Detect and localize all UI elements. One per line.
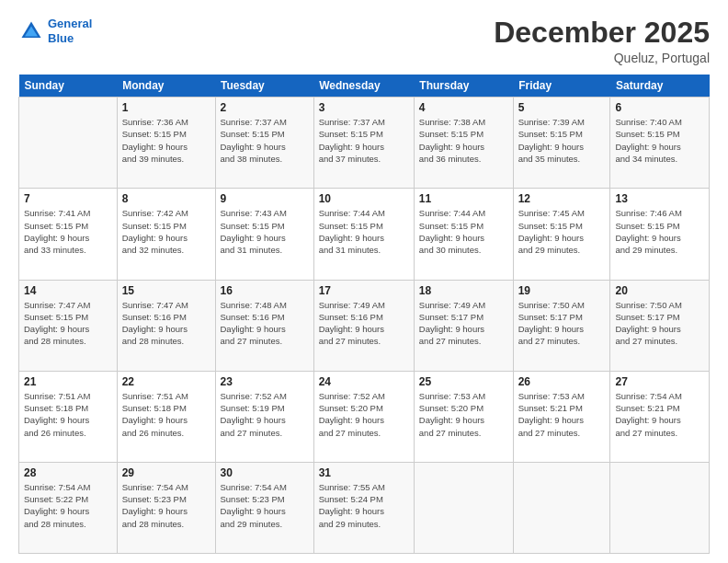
month-title: December 2025 (494, 17, 710, 49)
calendar-cell: 20Sunrise: 7:50 AMSunset: 5:17 PMDayligh… (610, 280, 710, 371)
day-info: Sunrise: 7:55 AMSunset: 5:24 PMDaylight:… (319, 481, 409, 530)
day-number: 12 (518, 192, 606, 205)
calendar-cell: 15Sunrise: 7:47 AMSunset: 5:16 PMDayligh… (117, 280, 215, 371)
calendar-cell: 23Sunrise: 7:52 AMSunset: 5:19 PMDayligh… (215, 371, 313, 462)
day-info: Sunrise: 7:51 AMSunset: 5:18 PMDaylight:… (24, 390, 112, 439)
day-number: 17 (319, 284, 409, 297)
day-number: 11 (419, 192, 508, 205)
col-saturday: Saturday (610, 75, 710, 98)
calendar-cell: 12Sunrise: 7:45 AMSunset: 5:15 PMDayligh… (513, 189, 610, 280)
title-block: December 2025 Queluz, Portugal (494, 17, 710, 65)
calendar-cell: 19Sunrise: 7:50 AMSunset: 5:17 PMDayligh… (513, 280, 610, 371)
calendar-cell: 4Sunrise: 7:38 AMSunset: 5:15 PMDaylight… (414, 98, 513, 189)
day-info: Sunrise: 7:54 AMSunset: 5:21 PMDaylight:… (615, 390, 704, 439)
calendar-cell: 3Sunrise: 7:37 AMSunset: 5:15 PMDaylight… (313, 98, 414, 189)
day-info: Sunrise: 7:49 AMSunset: 5:16 PMDaylight:… (319, 299, 409, 348)
logo-text: General Blue (48, 17, 92, 45)
day-info: Sunrise: 7:44 AMSunset: 5:15 PMDaylight:… (419, 207, 508, 256)
day-info: Sunrise: 7:54 AMSunset: 5:23 PMDaylight:… (122, 481, 210, 530)
day-info: Sunrise: 7:48 AMSunset: 5:16 PMDaylight:… (221, 299, 309, 348)
calendar-cell (610, 462, 710, 553)
day-info: Sunrise: 7:50 AMSunset: 5:17 PMDaylight:… (615, 299, 704, 348)
calendar-cell: 29Sunrise: 7:54 AMSunset: 5:23 PMDayligh… (117, 462, 215, 553)
calendar-cell: 5Sunrise: 7:39 AMSunset: 5:15 PMDaylight… (513, 98, 610, 189)
day-number: 16 (221, 284, 309, 297)
calendar-week-4: 28Sunrise: 7:54 AMSunset: 5:22 PMDayligh… (19, 462, 710, 553)
day-info: Sunrise: 7:47 AMSunset: 5:15 PMDaylight:… (24, 299, 112, 348)
calendar-header-row: Sunday Monday Tuesday Wednesday Thursday… (19, 75, 710, 98)
day-number: 7 (24, 192, 112, 205)
calendar-week-0: 1Sunrise: 7:36 AMSunset: 5:15 PMDaylight… (19, 98, 710, 189)
day-number: 20 (615, 284, 704, 297)
day-number: 29 (122, 466, 210, 479)
day-info: Sunrise: 7:40 AMSunset: 5:15 PMDaylight:… (615, 116, 704, 165)
day-info: Sunrise: 7:36 AMSunset: 5:15 PMDaylight:… (122, 116, 210, 165)
calendar-cell: 18Sunrise: 7:49 AMSunset: 5:17 PMDayligh… (414, 280, 513, 371)
calendar-cell: 9Sunrise: 7:43 AMSunset: 5:15 PMDaylight… (215, 189, 313, 280)
day-info: Sunrise: 7:54 AMSunset: 5:22 PMDaylight:… (24, 481, 112, 530)
calendar-cell: 1Sunrise: 7:36 AMSunset: 5:15 PMDaylight… (117, 98, 215, 189)
calendar-cell: 6Sunrise: 7:40 AMSunset: 5:15 PMDaylight… (610, 98, 710, 189)
location: Queluz, Portugal (494, 51, 710, 65)
day-number: 13 (615, 192, 704, 205)
day-info: Sunrise: 7:46 AMSunset: 5:15 PMDaylight:… (615, 207, 704, 256)
calendar-cell: 28Sunrise: 7:54 AMSunset: 5:22 PMDayligh… (19, 462, 118, 553)
day-info: Sunrise: 7:41 AMSunset: 5:15 PMDaylight:… (24, 207, 112, 256)
day-number: 6 (615, 101, 704, 114)
logo-icon (18, 18, 44, 44)
day-number: 22 (122, 375, 210, 388)
day-number: 26 (518, 375, 606, 388)
calendar-cell: 13Sunrise: 7:46 AMSunset: 5:15 PMDayligh… (610, 189, 710, 280)
calendar-cell: 22Sunrise: 7:51 AMSunset: 5:18 PMDayligh… (117, 371, 215, 462)
day-number: 31 (319, 466, 409, 479)
calendar-cell (513, 462, 610, 553)
day-number: 4 (419, 101, 508, 114)
day-number: 23 (221, 375, 309, 388)
day-number: 28 (24, 466, 112, 479)
calendar-cell: 21Sunrise: 7:51 AMSunset: 5:18 PMDayligh… (19, 371, 118, 462)
day-info: Sunrise: 7:52 AMSunset: 5:20 PMDaylight:… (319, 390, 409, 439)
calendar-week-3: 21Sunrise: 7:51 AMSunset: 5:18 PMDayligh… (19, 371, 710, 462)
calendar-cell: 10Sunrise: 7:44 AMSunset: 5:15 PMDayligh… (313, 189, 414, 280)
calendar-cell: 26Sunrise: 7:53 AMSunset: 5:21 PMDayligh… (513, 371, 610, 462)
calendar-cell: 30Sunrise: 7:54 AMSunset: 5:23 PMDayligh… (215, 462, 313, 553)
calendar-cell: 8Sunrise: 7:42 AMSunset: 5:15 PMDaylight… (117, 189, 215, 280)
calendar-week-1: 7Sunrise: 7:41 AMSunset: 5:15 PMDaylight… (19, 189, 710, 280)
logo-line2: Blue (48, 31, 74, 45)
col-wednesday: Wednesday (313, 75, 414, 98)
day-info: Sunrise: 7:45 AMSunset: 5:15 PMDaylight:… (518, 207, 606, 256)
col-monday: Monday (117, 75, 215, 98)
calendar-cell: 14Sunrise: 7:47 AMSunset: 5:15 PMDayligh… (19, 280, 118, 371)
calendar-table: Sunday Monday Tuesday Wednesday Thursday… (18, 75, 710, 554)
day-number: 19 (518, 284, 606, 297)
day-info: Sunrise: 7:52 AMSunset: 5:19 PMDaylight:… (221, 390, 309, 439)
col-thursday: Thursday (414, 75, 513, 98)
day-number: 3 (319, 101, 409, 114)
day-number: 2 (221, 101, 309, 114)
day-info: Sunrise: 7:39 AMSunset: 5:15 PMDaylight:… (518, 116, 606, 165)
day-number: 15 (122, 284, 210, 297)
calendar-cell: 24Sunrise: 7:52 AMSunset: 5:20 PMDayligh… (313, 371, 414, 462)
col-friday: Friday (513, 75, 610, 98)
day-info: Sunrise: 7:49 AMSunset: 5:17 PMDaylight:… (419, 299, 508, 348)
day-number: 9 (221, 192, 309, 205)
day-number: 14 (24, 284, 112, 297)
calendar-cell: 7Sunrise: 7:41 AMSunset: 5:15 PMDaylight… (19, 189, 118, 280)
day-number: 10 (319, 192, 409, 205)
header: General Blue December 2025 Queluz, Portu… (18, 17, 710, 65)
day-number: 18 (419, 284, 508, 297)
col-sunday: Sunday (19, 75, 118, 98)
logo: General Blue (18, 17, 92, 45)
calendar-cell: 31Sunrise: 7:55 AMSunset: 5:24 PMDayligh… (313, 462, 414, 553)
calendar-cell: 11Sunrise: 7:44 AMSunset: 5:15 PMDayligh… (414, 189, 513, 280)
calendar-week-2: 14Sunrise: 7:47 AMSunset: 5:15 PMDayligh… (19, 280, 710, 371)
day-number: 8 (122, 192, 210, 205)
day-number: 21 (24, 375, 112, 388)
col-tuesday: Tuesday (215, 75, 313, 98)
day-info: Sunrise: 7:53 AMSunset: 5:20 PMDaylight:… (419, 390, 508, 439)
day-info: Sunrise: 7:54 AMSunset: 5:23 PMDaylight:… (221, 481, 309, 530)
day-info: Sunrise: 7:53 AMSunset: 5:21 PMDaylight:… (518, 390, 606, 439)
day-number: 30 (221, 466, 309, 479)
day-info: Sunrise: 7:38 AMSunset: 5:15 PMDaylight:… (419, 116, 508, 165)
day-info: Sunrise: 7:50 AMSunset: 5:17 PMDaylight:… (518, 299, 606, 348)
